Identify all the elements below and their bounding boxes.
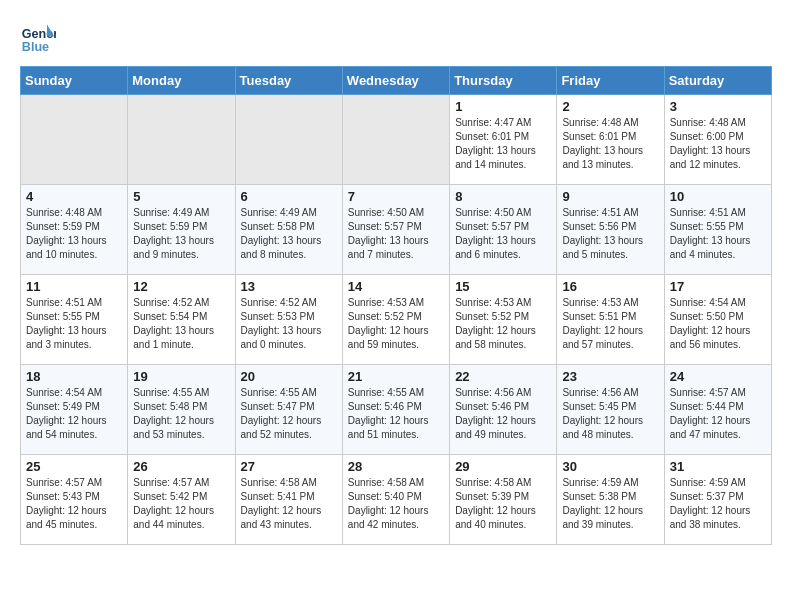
calendar-table: SundayMondayTuesdayWednesdayThursdayFrid… xyxy=(20,66,772,545)
calendar-cell: 8Sunrise: 4:50 AM Sunset: 5:57 PM Daylig… xyxy=(450,185,557,275)
day-number: 1 xyxy=(455,99,551,114)
day-number: 26 xyxy=(133,459,229,474)
day-info: Sunrise: 4:49 AM Sunset: 5:59 PM Dayligh… xyxy=(133,206,229,262)
page-header: General Blue xyxy=(20,20,772,56)
calendar-cell: 20Sunrise: 4:55 AM Sunset: 5:47 PM Dayli… xyxy=(235,365,342,455)
calendar-cell xyxy=(21,95,128,185)
day-info: Sunrise: 4:56 AM Sunset: 5:46 PM Dayligh… xyxy=(455,386,551,442)
day-info: Sunrise: 4:57 AM Sunset: 5:43 PM Dayligh… xyxy=(26,476,122,532)
day-number: 24 xyxy=(670,369,766,384)
day-info: Sunrise: 4:51 AM Sunset: 5:55 PM Dayligh… xyxy=(26,296,122,352)
day-info: Sunrise: 4:49 AM Sunset: 5:58 PM Dayligh… xyxy=(241,206,337,262)
calendar-cell: 4Sunrise: 4:48 AM Sunset: 5:59 PM Daylig… xyxy=(21,185,128,275)
weekday-header-sunday: Sunday xyxy=(21,67,128,95)
calendar-cell: 5Sunrise: 4:49 AM Sunset: 5:59 PM Daylig… xyxy=(128,185,235,275)
day-info: Sunrise: 4:56 AM Sunset: 5:45 PM Dayligh… xyxy=(562,386,658,442)
day-number: 5 xyxy=(133,189,229,204)
day-number: 4 xyxy=(26,189,122,204)
day-number: 12 xyxy=(133,279,229,294)
day-info: Sunrise: 4:51 AM Sunset: 5:55 PM Dayligh… xyxy=(670,206,766,262)
day-number: 14 xyxy=(348,279,444,294)
day-number: 22 xyxy=(455,369,551,384)
calendar-cell: 18Sunrise: 4:54 AM Sunset: 5:49 PM Dayli… xyxy=(21,365,128,455)
calendar-cell: 6Sunrise: 4:49 AM Sunset: 5:58 PM Daylig… xyxy=(235,185,342,275)
calendar-cell xyxy=(235,95,342,185)
day-number: 29 xyxy=(455,459,551,474)
day-info: Sunrise: 4:50 AM Sunset: 5:57 PM Dayligh… xyxy=(455,206,551,262)
weekday-header-wednesday: Wednesday xyxy=(342,67,449,95)
day-number: 16 xyxy=(562,279,658,294)
calendar-cell: 10Sunrise: 4:51 AM Sunset: 5:55 PM Dayli… xyxy=(664,185,771,275)
day-info: Sunrise: 4:59 AM Sunset: 5:38 PM Dayligh… xyxy=(562,476,658,532)
calendar-cell: 19Sunrise: 4:55 AM Sunset: 5:48 PM Dayli… xyxy=(128,365,235,455)
day-number: 7 xyxy=(348,189,444,204)
calendar-cell: 23Sunrise: 4:56 AM Sunset: 5:45 PM Dayli… xyxy=(557,365,664,455)
day-info: Sunrise: 4:48 AM Sunset: 6:01 PM Dayligh… xyxy=(562,116,658,172)
calendar-cell xyxy=(342,95,449,185)
day-number: 19 xyxy=(133,369,229,384)
day-info: Sunrise: 4:52 AM Sunset: 5:53 PM Dayligh… xyxy=(241,296,337,352)
day-info: Sunrise: 4:57 AM Sunset: 5:42 PM Dayligh… xyxy=(133,476,229,532)
calendar-week-4: 18Sunrise: 4:54 AM Sunset: 5:49 PM Dayli… xyxy=(21,365,772,455)
weekday-header-tuesday: Tuesday xyxy=(235,67,342,95)
calendar-cell: 1Sunrise: 4:47 AM Sunset: 6:01 PM Daylig… xyxy=(450,95,557,185)
day-info: Sunrise: 4:51 AM Sunset: 5:56 PM Dayligh… xyxy=(562,206,658,262)
day-number: 13 xyxy=(241,279,337,294)
day-number: 2 xyxy=(562,99,658,114)
calendar-cell: 29Sunrise: 4:58 AM Sunset: 5:39 PM Dayli… xyxy=(450,455,557,545)
calendar-cell: 12Sunrise: 4:52 AM Sunset: 5:54 PM Dayli… xyxy=(128,275,235,365)
day-info: Sunrise: 4:53 AM Sunset: 5:52 PM Dayligh… xyxy=(455,296,551,352)
calendar-cell: 3Sunrise: 4:48 AM Sunset: 6:00 PM Daylig… xyxy=(664,95,771,185)
calendar-cell: 22Sunrise: 4:56 AM Sunset: 5:46 PM Dayli… xyxy=(450,365,557,455)
day-number: 10 xyxy=(670,189,766,204)
day-info: Sunrise: 4:50 AM Sunset: 5:57 PM Dayligh… xyxy=(348,206,444,262)
day-info: Sunrise: 4:54 AM Sunset: 5:50 PM Dayligh… xyxy=(670,296,766,352)
calendar-cell: 16Sunrise: 4:53 AM Sunset: 5:51 PM Dayli… xyxy=(557,275,664,365)
day-info: Sunrise: 4:48 AM Sunset: 6:00 PM Dayligh… xyxy=(670,116,766,172)
calendar-cell: 7Sunrise: 4:50 AM Sunset: 5:57 PM Daylig… xyxy=(342,185,449,275)
day-info: Sunrise: 4:59 AM Sunset: 5:37 PM Dayligh… xyxy=(670,476,766,532)
calendar-week-2: 4Sunrise: 4:48 AM Sunset: 5:59 PM Daylig… xyxy=(21,185,772,275)
day-info: Sunrise: 4:55 AM Sunset: 5:47 PM Dayligh… xyxy=(241,386,337,442)
weekday-header-saturday: Saturday xyxy=(664,67,771,95)
day-number: 15 xyxy=(455,279,551,294)
calendar-cell: 13Sunrise: 4:52 AM Sunset: 5:53 PM Dayli… xyxy=(235,275,342,365)
calendar-cell: 14Sunrise: 4:53 AM Sunset: 5:52 PM Dayli… xyxy=(342,275,449,365)
calendar-cell: 15Sunrise: 4:53 AM Sunset: 5:52 PM Dayli… xyxy=(450,275,557,365)
day-number: 31 xyxy=(670,459,766,474)
day-info: Sunrise: 4:48 AM Sunset: 5:59 PM Dayligh… xyxy=(26,206,122,262)
logo-icon: General Blue xyxy=(20,20,56,56)
day-number: 9 xyxy=(562,189,658,204)
weekday-header-thursday: Thursday xyxy=(450,67,557,95)
day-number: 20 xyxy=(241,369,337,384)
day-number: 6 xyxy=(241,189,337,204)
calendar-cell: 28Sunrise: 4:58 AM Sunset: 5:40 PM Dayli… xyxy=(342,455,449,545)
day-number: 3 xyxy=(670,99,766,114)
day-info: Sunrise: 4:52 AM Sunset: 5:54 PM Dayligh… xyxy=(133,296,229,352)
calendar-week-1: 1Sunrise: 4:47 AM Sunset: 6:01 PM Daylig… xyxy=(21,95,772,185)
logo: General Blue xyxy=(20,20,60,56)
calendar-cell: 26Sunrise: 4:57 AM Sunset: 5:42 PM Dayli… xyxy=(128,455,235,545)
day-number: 27 xyxy=(241,459,337,474)
calendar-cell: 31Sunrise: 4:59 AM Sunset: 5:37 PM Dayli… xyxy=(664,455,771,545)
day-number: 30 xyxy=(562,459,658,474)
day-number: 25 xyxy=(26,459,122,474)
day-number: 28 xyxy=(348,459,444,474)
day-info: Sunrise: 4:47 AM Sunset: 6:01 PM Dayligh… xyxy=(455,116,551,172)
day-info: Sunrise: 4:55 AM Sunset: 5:46 PM Dayligh… xyxy=(348,386,444,442)
day-number: 17 xyxy=(670,279,766,294)
svg-text:Blue: Blue xyxy=(22,40,49,54)
calendar-cell: 21Sunrise: 4:55 AM Sunset: 5:46 PM Dayli… xyxy=(342,365,449,455)
calendar-cell: 9Sunrise: 4:51 AM Sunset: 5:56 PM Daylig… xyxy=(557,185,664,275)
day-info: Sunrise: 4:58 AM Sunset: 5:39 PM Dayligh… xyxy=(455,476,551,532)
calendar-cell: 24Sunrise: 4:57 AM Sunset: 5:44 PM Dayli… xyxy=(664,365,771,455)
day-info: Sunrise: 4:54 AM Sunset: 5:49 PM Dayligh… xyxy=(26,386,122,442)
day-info: Sunrise: 4:58 AM Sunset: 5:40 PM Dayligh… xyxy=(348,476,444,532)
day-number: 11 xyxy=(26,279,122,294)
day-info: Sunrise: 4:55 AM Sunset: 5:48 PM Dayligh… xyxy=(133,386,229,442)
weekday-header-friday: Friday xyxy=(557,67,664,95)
calendar-week-5: 25Sunrise: 4:57 AM Sunset: 5:43 PM Dayli… xyxy=(21,455,772,545)
calendar-cell: 2Sunrise: 4:48 AM Sunset: 6:01 PM Daylig… xyxy=(557,95,664,185)
day-number: 18 xyxy=(26,369,122,384)
calendar-cell: 30Sunrise: 4:59 AM Sunset: 5:38 PM Dayli… xyxy=(557,455,664,545)
